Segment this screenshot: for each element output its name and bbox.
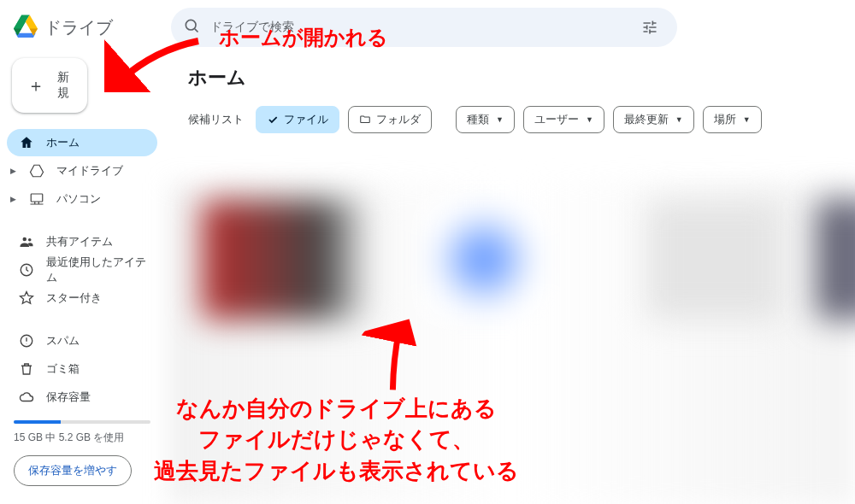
- svg-point-0: [186, 20, 196, 30]
- search-bar[interactable]: ドライブで検索: [171, 8, 677, 47]
- blurred-thumbnail: [202, 200, 373, 319]
- search-wrap: ドライブで検索: [164, 8, 848, 47]
- chip-type[interactable]: 種類 ▼: [456, 106, 515, 133]
- sidebar-item-label: ホーム: [46, 135, 80, 150]
- plus-icon: ＋: [27, 77, 44, 94]
- cloud-icon: [19, 390, 34, 405]
- nav-group-primary: ホーム ▶ マイドライブ ▶ パソコン: [7, 128, 157, 214]
- chip-label: フォルダ: [376, 112, 421, 127]
- search-options-button[interactable]: [634, 12, 665, 43]
- sidebar-item-computers[interactable]: ▶ パソコン: [7, 185, 157, 213]
- clock-icon: [19, 262, 34, 278]
- sidebar-item-mydrive[interactable]: ▶ マイドライブ: [7, 157, 157, 185]
- caret-down-icon: ▼: [743, 115, 751, 124]
- search-placeholder: ドライブで検索: [210, 20, 624, 35]
- container: ＋ 新規 ホーム ▶ マイドライブ ▶ パ: [0, 55, 855, 504]
- sidebar-item-label: 保存容量: [46, 390, 91, 405]
- blurred-thumbnail: [817, 200, 855, 319]
- mydrive-icon: [29, 163, 44, 179]
- sidebar-item-label: スター付き: [46, 290, 102, 306]
- sidebar-item-recent[interactable]: 最近使用したアイテム: [7, 256, 157, 284]
- chip-label: 場所: [714, 112, 736, 127]
- svg-point-4: [28, 238, 32, 242]
- chip-label: 最終更新: [624, 112, 669, 127]
- new-button[interactable]: ＋ 新規: [12, 58, 87, 113]
- storage-bar: [14, 420, 150, 424]
- page-title: ホーム: [188, 65, 834, 91]
- caret-down-icon: ▼: [496, 115, 504, 124]
- blurred-thumbnail: [424, 200, 544, 319]
- caret-down-icon: ▼: [675, 115, 683, 124]
- sidebar-item-label: マイドライブ: [56, 163, 123, 179]
- chip-file[interactable]: ファイル: [256, 106, 339, 133]
- svg-rect-2: [31, 194, 43, 202]
- trash-icon: [19, 361, 34, 377]
- sidebar-item-spam[interactable]: スパム: [7, 327, 157, 355]
- drive-logo-icon: [14, 14, 38, 41]
- search-icon: [183, 17, 200, 38]
- blurred-thumbnail: [646, 200, 783, 319]
- star-icon: [19, 290, 34, 306]
- svg-point-3: [23, 237, 27, 242]
- sidebar-item-home[interactable]: ホーム: [7, 129, 157, 156]
- sidebar: ＋ 新規 ホーム ▶ マイドライブ ▶ パ: [0, 55, 168, 504]
- sidebar-item-label: パソコン: [56, 191, 101, 207]
- sidebar-item-label: スパム: [46, 333, 80, 349]
- people-icon: [19, 234, 34, 249]
- chip-modified[interactable]: 最終更新 ▼: [613, 106, 694, 133]
- new-button-label: 新規: [55, 70, 72, 101]
- tune-icon: [641, 19, 658, 36]
- sidebar-item-starred[interactable]: スター付き: [7, 284, 157, 312]
- folder-icon: [359, 114, 371, 126]
- storage-section: 15 GB 中 5.2 GB を使用 保存容量を増やす: [7, 420, 157, 486]
- spam-icon: [19, 333, 34, 349]
- computer-icon: [29, 191, 44, 207]
- home-icon: [19, 135, 34, 150]
- sidebar-item-storage[interactable]: 保存容量: [7, 384, 157, 411]
- sidebar-item-label: ゴミ箱: [46, 361, 80, 377]
- svg-line-1: [195, 29, 198, 32]
- logo-area[interactable]: ドライブ: [7, 14, 164, 41]
- sidebar-item-label: 最近使用したアイテム: [46, 255, 149, 285]
- filter-row: 候補リスト ファイル フォルダ 種類 ▼ ユーザー ▼: [188, 106, 834, 133]
- expand-caret-icon[interactable]: ▶: [10, 167, 16, 175]
- storage-used-text: 15 GB 中 5.2 GB を使用: [14, 431, 150, 445]
- chip-label: 種類: [467, 112, 489, 127]
- chip-folder[interactable]: フォルダ: [348, 106, 432, 133]
- main-area: ホーム 候補リスト ファイル フォルダ 種類 ▼ ユーザー: [168, 55, 855, 504]
- storage-upgrade-button[interactable]: 保存容量を増やす: [14, 455, 132, 486]
- sidebar-item-label: 共有アイテム: [46, 234, 113, 249]
- top-bar: ドライブ ドライブで検索: [0, 0, 855, 55]
- chip-label: ユーザー: [534, 112, 579, 127]
- sidebar-item-trash[interactable]: ゴミ箱: [7, 355, 157, 383]
- check-icon: [267, 114, 279, 126]
- nav-group-secondary: 共有アイテム 最近使用したアイテム スター付き: [7, 227, 157, 313]
- app-name: ドライブ: [44, 16, 113, 39]
- expand-caret-icon[interactable]: ▶: [10, 195, 16, 203]
- caret-down-icon: ▼: [586, 115, 593, 124]
- storage-fill: [14, 420, 61, 424]
- filter-label: 候補リスト: [188, 112, 244, 127]
- chip-user[interactable]: ユーザー ▼: [523, 106, 604, 133]
- chip-label: ファイル: [284, 112, 328, 127]
- sidebar-item-shared[interactable]: 共有アイテム: [7, 228, 157, 255]
- nav-group-tertiary: スパム ゴミ箱 保存容量: [7, 326, 157, 412]
- chip-location[interactable]: 場所 ▼: [703, 106, 762, 133]
